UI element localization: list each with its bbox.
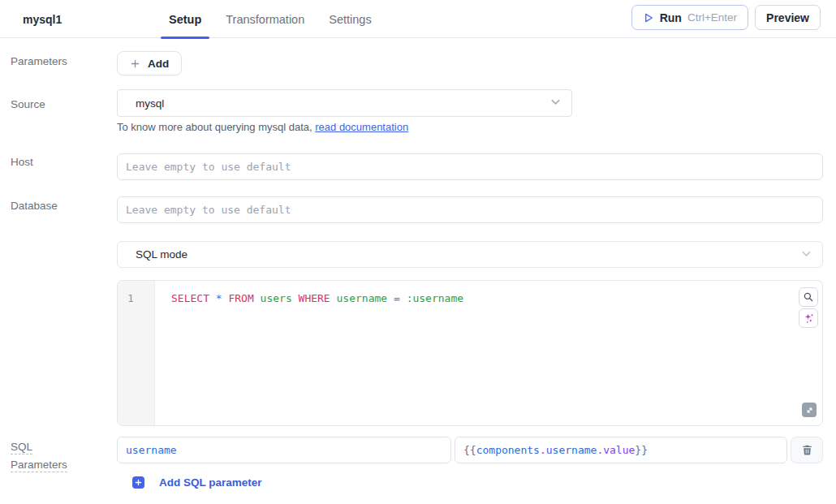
sql-parameters-label: SQL Parameters bbox=[11, 438, 67, 474]
tab-transformation[interactable]: Transformation bbox=[218, 0, 312, 38]
run-button[interactable]: Run Ctrl+Enter bbox=[631, 5, 748, 30]
sql-mode-value: SQL mode bbox=[136, 248, 187, 261]
run-label: Run bbox=[660, 11, 682, 24]
query-title[interactable]: mysql1 bbox=[23, 0, 62, 38]
run-shortcut: Ctrl+Enter bbox=[687, 11, 737, 24]
database-label: Database bbox=[11, 200, 58, 212]
host-label: Host bbox=[11, 156, 33, 168]
sql-mode-select[interactable]: SQL mode bbox=[117, 241, 823, 268]
sql-param-key-input[interactable] bbox=[117, 437, 451, 463]
add-parameter-button[interactable]: Add bbox=[117, 51, 182, 75]
chevron-down-icon bbox=[800, 248, 812, 262]
expand-editor-button[interactable] bbox=[802, 403, 817, 417]
host-input[interactable] bbox=[117, 153, 823, 180]
ai-sparkle-button[interactable] bbox=[799, 308, 818, 328]
read-documentation-link[interactable]: read documentation bbox=[315, 121, 408, 133]
search-icon bbox=[803, 291, 814, 303]
database-input[interactable] bbox=[117, 196, 823, 223]
header-actions: Run Ctrl+Enter Preview bbox=[631, 5, 821, 30]
add-sql-parameter-button[interactable]: Add SQL parameter bbox=[132, 476, 262, 489]
parameters-label: Parameters bbox=[11, 55, 67, 67]
editor-gutter bbox=[118, 281, 155, 425]
query-editor-page: mysql1 Setup Transformation Settings Run… bbox=[0, 0, 836, 504]
line-number: 1 bbox=[127, 292, 134, 304]
plus-square-icon bbox=[132, 476, 144, 489]
tab-bar: Setup Transformation Settings bbox=[161, 0, 380, 38]
add-label: Add bbox=[148, 58, 169, 70]
trash-icon bbox=[801, 444, 813, 456]
tab-settings[interactable]: Settings bbox=[321, 0, 379, 38]
add-sql-parameter-label: Add SQL parameter bbox=[159, 476, 262, 489]
source-label: Source bbox=[11, 98, 45, 110]
play-icon bbox=[643, 12, 654, 24]
expand-icon bbox=[805, 406, 814, 415]
source-value: mysql bbox=[136, 97, 164, 110]
chevron-down-icon bbox=[549, 96, 562, 110]
source-help-text: To know more about querying mysql data, … bbox=[117, 121, 408, 133]
preview-button[interactable]: Preview bbox=[755, 5, 821, 30]
header: mysql1 Setup Transformation Settings Run… bbox=[0, 0, 836, 38]
sql-param-value-input[interactable]: {{components.username.value}} bbox=[455, 437, 787, 463]
editor-search-button[interactable] bbox=[799, 287, 818, 307]
delete-sql-param-button[interactable] bbox=[791, 437, 823, 463]
sql-code-editor[interactable]: 1 SELECT * FROM users WHERE username = :… bbox=[117, 280, 823, 426]
plus-icon bbox=[130, 58, 140, 69]
sparkle-icon bbox=[803, 312, 815, 325]
source-select[interactable]: mysql bbox=[117, 89, 572, 117]
tab-setup[interactable]: Setup bbox=[161, 0, 209, 38]
sql-query-text[interactable]: SELECT * FROM users WHERE username = :us… bbox=[171, 292, 463, 304]
